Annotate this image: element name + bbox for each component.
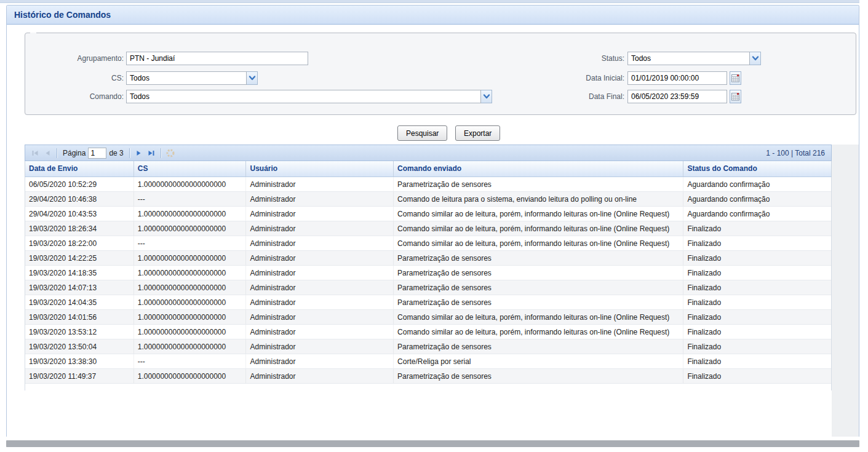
status-combo[interactable] [627,52,761,65]
chevron-down-icon [483,93,490,100]
column-header-data-envio[interactable]: Data de Envio [25,161,134,176]
cell-cs: 1.00000000000000000000 [134,207,247,221]
refresh-button[interactable] [165,148,176,159]
data-inicial-field[interactable] [627,71,741,85]
agrupamento-input[interactable] [126,52,308,65]
column-header-cs[interactable]: CS [134,161,247,176]
cell-usuario: Administrador [246,325,394,339]
cell-usuario: Administrador [246,354,394,368]
cell-usuario: Administrador [246,310,394,324]
cell-status: Aguardando confirmação [683,177,831,191]
cell-data-envio: 19/03/2020 11:49:37 [25,369,134,383]
table-row[interactable]: 19/03/2020 13:38:30---AdministradorCorte… [25,354,831,369]
table-row[interactable]: 19/03/2020 14:04:351.0000000000000000000… [25,295,831,310]
cell-comando: Parametrização de sensores [394,280,683,295]
table-row[interactable]: 06/05/2020 10:52:291.0000000000000000000… [25,177,831,192]
cell-data-envio: 19/03/2020 14:07:13 [25,280,134,295]
table-row[interactable]: 19/03/2020 18:26:341.0000000000000000000… [25,221,831,236]
cell-cs: 1.00000000000000000000 [134,280,247,295]
next-page-button[interactable] [133,148,145,159]
pesquisar-button[interactable]: Pesquisar [397,125,447,141]
toolbar-separator [129,148,130,158]
cell-comando: Comando similar ao de leitura, porém, in… [394,207,683,221]
cs-combo-input[interactable] [126,71,247,85]
comando-label: Comando: [19,90,124,103]
cell-status: Finalizado [683,295,831,309]
partial-row [25,384,832,391]
paging-toolbar: Página de 3 1 - 100 | Total 216 [25,145,832,161]
table-row[interactable]: 19/03/2020 13:50:041.0000000000000000000… [25,339,831,354]
last-page-icon [146,148,156,158]
table-row[interactable]: 29/04/2020 10:46:38---AdministradorComan… [25,192,831,207]
cell-data-envio: 06/05/2020 10:52:29 [25,177,134,191]
cell-cs: 1.00000000000000000000 [134,295,247,309]
status-combo-trigger[interactable] [750,52,761,65]
status-combo-input[interactable] [627,52,750,65]
data-final-calendar-button[interactable] [730,90,741,103]
first-page-button[interactable] [30,148,41,159]
cell-usuario: Administrador [246,192,394,206]
right-strip [832,145,859,437]
table-row[interactable]: 19/03/2020 14:07:131.0000000000000000000… [25,280,831,295]
cell-cs: 1.00000000000000000000 [134,369,247,383]
comando-combo-input[interactable] [126,90,481,103]
table-row[interactable]: 19/03/2020 14:18:351.0000000000000000000… [25,266,831,280]
cell-usuario: Administrador [246,295,394,309]
cell-cs: 1.00000000000000000000 [134,310,247,324]
cell-status: Finalizado [683,354,831,368]
column-header-usuario[interactable]: Usuário [246,161,394,176]
table-row[interactable]: 19/03/2020 18:22:00---AdministradorComan… [25,236,831,251]
table-row[interactable]: 19/03/2020 13:53:121.0000000000000000000… [25,325,831,339]
cell-cs: 1.00000000000000000000 [134,325,247,339]
cell-cs: 1.00000000000000000000 [134,251,247,265]
column-header-status[interactable]: Status do Comando [683,161,831,176]
cell-data-envio: 19/03/2020 14:01:56 [25,310,134,324]
cell-comando: Comando similar ao de leitura, porém, in… [394,325,683,339]
comando-combo[interactable] [126,90,492,103]
data-inicial-input[interactable] [627,71,727,85]
prev-page-button[interactable] [42,148,53,159]
cell-comando: Comando similar ao de leitura, porém, in… [394,221,683,236]
cell-usuario: Administrador [246,266,394,280]
cs-combo-trigger[interactable] [247,71,258,85]
cell-data-envio: 19/03/2020 14:04:35 [25,295,134,309]
cell-data-envio: 19/03/2020 13:50:04 [25,339,134,354]
data-final-input[interactable] [627,90,727,103]
table-row[interactable]: 19/03/2020 14:01:561.0000000000000000000… [25,310,831,325]
column-header-comando[interactable]: Comando enviado [394,161,683,176]
cell-comando: Parametrização de sensores [394,339,683,354]
grid-header: Data de Envio CS Usuário Comando enviado… [25,161,832,177]
cell-comando: Parametrização de sensores [394,251,683,265]
cell-cs: --- [134,354,247,368]
table-row[interactable]: 19/03/2020 14:22:251.0000000000000000000… [25,251,831,266]
page-title: Histórico de Comandos [14,10,111,20]
horizontal-scrollbar[interactable] [6,440,859,447]
cell-status: Finalizado [683,251,831,265]
table-row[interactable]: 19/03/2020 11:49:371.0000000000000000000… [25,369,831,384]
comando-combo-trigger[interactable] [481,90,492,103]
calendar-icon [731,92,740,101]
cell-cs: 1.00000000000000000000 [134,177,247,191]
exportar-button[interactable]: Exportar [455,125,500,141]
cell-usuario: Administrador [246,221,394,236]
status-label: Status: [532,52,624,65]
data-final-field[interactable] [627,90,741,103]
cs-combo[interactable] [126,71,258,85]
cell-comando: Parametrização de sensores [394,266,683,280]
table-row[interactable]: 29/04/2020 10:43:531.0000000000000000000… [25,207,831,221]
cell-cs: --- [134,192,247,206]
calendar-icon [731,74,740,82]
toolbar-separator [161,148,161,158]
cell-data-envio: 19/03/2020 18:22:00 [25,236,134,250]
cell-usuario: Administrador [246,369,394,383]
last-page-button[interactable] [146,148,157,159]
data-inicial-calendar-button[interactable] [730,71,741,85]
cell-data-envio: 19/03/2020 18:26:34 [25,221,134,236]
page-number-input[interactable] [88,148,106,159]
cell-status: Aguardando confirmação [683,192,831,206]
cell-cs: --- [134,236,247,250]
agrupamento-label: Agrupamento: [19,52,124,65]
cell-status: Finalizado [683,369,831,383]
cell-status: Finalizado [683,310,831,324]
cell-data-envio: 19/03/2020 14:22:25 [25,251,134,265]
